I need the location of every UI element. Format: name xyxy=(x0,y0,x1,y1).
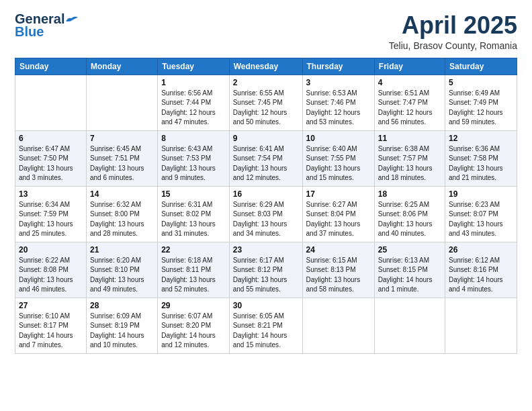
day-info: Sunrise: 6:23 AMSunset: 8:07 PMDaylight:… xyxy=(449,200,513,239)
col-wednesday: Wednesday xyxy=(229,58,302,75)
calendar-cell: 4Sunrise: 6:51 AMSunset: 7:47 PMDaylight… xyxy=(374,75,445,130)
day-info: Sunrise: 6:10 AMSunset: 8:17 PMDaylight:… xyxy=(19,312,83,351)
day-number: 16 xyxy=(233,189,299,199)
day-number: 13 xyxy=(19,189,83,199)
day-number: 15 xyxy=(161,189,226,199)
calendar-cell: 12Sunrise: 6:36 AMSunset: 7:58 PMDayligh… xyxy=(445,130,517,186)
day-info: Sunrise: 6:05 AMSunset: 8:21 PMDaylight:… xyxy=(233,312,299,351)
day-number: 25 xyxy=(378,245,441,255)
calendar-cell: 2Sunrise: 6:55 AMSunset: 7:45 PMDaylight… xyxy=(229,75,302,130)
logo-bird-icon xyxy=(66,15,78,24)
logo-general: General xyxy=(15,12,64,26)
day-info: Sunrise: 6:41 AMSunset: 7:54 PMDaylight:… xyxy=(233,144,299,183)
day-info: Sunrise: 6:55 AMSunset: 7:45 PMDaylight:… xyxy=(233,89,299,128)
calendar-cell: 17Sunrise: 6:27 AMSunset: 8:04 PMDayligh… xyxy=(302,186,374,242)
calendar-cell xyxy=(374,298,445,353)
day-info: Sunrise: 6:20 AMSunset: 8:10 PMDaylight:… xyxy=(90,256,154,295)
day-info: Sunrise: 6:07 AMSunset: 8:20 PMDaylight:… xyxy=(161,312,226,351)
calendar-cell: 29Sunrise: 6:07 AMSunset: 8:20 PMDayligh… xyxy=(158,298,230,353)
calendar-cell: 15Sunrise: 6:31 AMSunset: 8:02 PMDayligh… xyxy=(158,186,230,242)
calendar-week-4: 20Sunrise: 6:22 AMSunset: 8:08 PMDayligh… xyxy=(15,242,517,298)
calendar-week-2: 6Sunrise: 6:47 AMSunset: 7:50 PMDaylight… xyxy=(15,130,517,186)
day-number: 7 xyxy=(90,134,154,143)
day-number: 23 xyxy=(233,245,299,255)
day-info: Sunrise: 6:17 AMSunset: 8:12 PMDaylight:… xyxy=(233,256,299,295)
day-number: 29 xyxy=(161,301,226,310)
day-number: 4 xyxy=(378,78,441,87)
day-number: 18 xyxy=(378,189,441,199)
logo-blue: Blue xyxy=(15,24,44,40)
logo: General Blue xyxy=(15,12,78,40)
day-number: 3 xyxy=(306,78,371,87)
calendar-week-3: 13Sunrise: 6:34 AMSunset: 7:59 PMDayligh… xyxy=(15,186,517,242)
day-number: 14 xyxy=(90,189,154,199)
day-number: 30 xyxy=(233,301,299,310)
calendar-week-1: 1Sunrise: 6:56 AMSunset: 7:44 PMDaylight… xyxy=(15,75,517,130)
day-info: Sunrise: 6:31 AMSunset: 8:02 PMDaylight:… xyxy=(161,200,226,239)
day-number: 21 xyxy=(90,245,154,255)
day-info: Sunrise: 6:32 AMSunset: 8:00 PMDaylight:… xyxy=(90,200,154,239)
calendar-cell: 26Sunrise: 6:12 AMSunset: 8:16 PMDayligh… xyxy=(445,242,517,298)
day-number: 28 xyxy=(90,301,154,310)
calendar-cell: 20Sunrise: 6:22 AMSunset: 8:08 PMDayligh… xyxy=(15,242,87,298)
calendar-cell: 25Sunrise: 6:13 AMSunset: 8:15 PMDayligh… xyxy=(374,242,445,298)
day-number: 11 xyxy=(378,134,441,143)
day-number: 27 xyxy=(19,301,83,310)
day-number: 20 xyxy=(19,245,83,255)
calendar-cell xyxy=(302,298,374,353)
calendar-header-row: Sunday Monday Tuesday Wednesday Thursday… xyxy=(15,58,517,75)
calendar-cell: 1Sunrise: 6:56 AMSunset: 7:44 PMDaylight… xyxy=(158,75,230,130)
calendar-cell: 19Sunrise: 6:23 AMSunset: 8:07 PMDayligh… xyxy=(445,186,517,242)
calendar-cell: 11Sunrise: 6:38 AMSunset: 7:57 PMDayligh… xyxy=(374,130,445,186)
calendar-cell: 18Sunrise: 6:25 AMSunset: 8:06 PMDayligh… xyxy=(374,186,445,242)
day-number: 10 xyxy=(306,134,371,143)
day-number: 1 xyxy=(161,78,226,87)
day-number: 24 xyxy=(306,245,371,255)
col-tuesday: Tuesday xyxy=(158,58,230,75)
day-number: 5 xyxy=(449,78,513,87)
calendar-cell: 10Sunrise: 6:40 AMSunset: 7:55 PMDayligh… xyxy=(302,130,374,186)
calendar-cell: 30Sunrise: 6:05 AMSunset: 8:21 PMDayligh… xyxy=(229,298,302,353)
day-info: Sunrise: 6:49 AMSunset: 7:49 PMDaylight:… xyxy=(449,89,513,128)
logo-text: General xyxy=(15,12,78,26)
day-info: Sunrise: 6:12 AMSunset: 8:16 PMDaylight:… xyxy=(449,256,513,295)
page: General Blue April 2025 Teliu, Brasov Co… xyxy=(0,0,532,411)
day-info: Sunrise: 6:38 AMSunset: 7:57 PMDaylight:… xyxy=(378,144,441,183)
day-info: Sunrise: 6:51 AMSunset: 7:47 PMDaylight:… xyxy=(378,89,441,128)
day-info: Sunrise: 6:43 AMSunset: 7:53 PMDaylight:… xyxy=(161,144,226,183)
day-info: Sunrise: 6:27 AMSunset: 8:04 PMDaylight:… xyxy=(306,200,371,239)
calendar-week-5: 27Sunrise: 6:10 AMSunset: 8:17 PMDayligh… xyxy=(15,298,517,353)
calendar-cell: 3Sunrise: 6:53 AMSunset: 7:46 PMDaylight… xyxy=(302,75,374,130)
day-number: 9 xyxy=(233,134,299,143)
day-info: Sunrise: 6:45 AMSunset: 7:51 PMDaylight:… xyxy=(90,144,154,183)
calendar-cell xyxy=(15,75,87,130)
calendar-cell: 13Sunrise: 6:34 AMSunset: 7:59 PMDayligh… xyxy=(15,186,87,242)
calendar-cell: 22Sunrise: 6:18 AMSunset: 8:11 PMDayligh… xyxy=(158,242,230,298)
day-number: 22 xyxy=(161,245,226,255)
calendar-cell xyxy=(86,75,157,130)
title-month: April 2025 xyxy=(389,12,517,39)
day-number: 19 xyxy=(449,189,513,199)
col-friday: Friday xyxy=(374,58,445,75)
day-info: Sunrise: 6:15 AMSunset: 8:13 PMDaylight:… xyxy=(306,256,371,295)
header: General Blue April 2025 Teliu, Brasov Co… xyxy=(15,12,517,51)
calendar-cell: 7Sunrise: 6:45 AMSunset: 7:51 PMDaylight… xyxy=(86,130,157,186)
calendar-cell: 23Sunrise: 6:17 AMSunset: 8:12 PMDayligh… xyxy=(229,242,302,298)
calendar-cell: 5Sunrise: 6:49 AMSunset: 7:49 PMDaylight… xyxy=(445,75,517,130)
calendar-cell: 16Sunrise: 6:29 AMSunset: 8:03 PMDayligh… xyxy=(229,186,302,242)
day-number: 8 xyxy=(161,134,226,143)
day-number: 17 xyxy=(306,189,371,199)
day-info: Sunrise: 6:36 AMSunset: 7:58 PMDaylight:… xyxy=(449,144,513,183)
day-number: 26 xyxy=(449,245,513,255)
day-info: Sunrise: 6:53 AMSunset: 7:46 PMDaylight:… xyxy=(306,89,371,128)
day-number: 2 xyxy=(233,78,299,87)
title-location: Teliu, Brasov County, Romania xyxy=(389,40,517,51)
day-info: Sunrise: 6:34 AMSunset: 7:59 PMDaylight:… xyxy=(19,200,83,239)
calendar-cell: 21Sunrise: 6:20 AMSunset: 8:10 PMDayligh… xyxy=(86,242,157,298)
day-info: Sunrise: 6:29 AMSunset: 8:03 PMDaylight:… xyxy=(233,200,299,239)
calendar-cell: 27Sunrise: 6:10 AMSunset: 8:17 PMDayligh… xyxy=(15,298,87,353)
day-info: Sunrise: 6:18 AMSunset: 8:11 PMDaylight:… xyxy=(161,256,226,295)
day-number: 12 xyxy=(449,134,513,143)
calendar-cell: 8Sunrise: 6:43 AMSunset: 7:53 PMDaylight… xyxy=(158,130,230,186)
calendar-table: Sunday Monday Tuesday Wednesday Thursday… xyxy=(15,58,517,354)
